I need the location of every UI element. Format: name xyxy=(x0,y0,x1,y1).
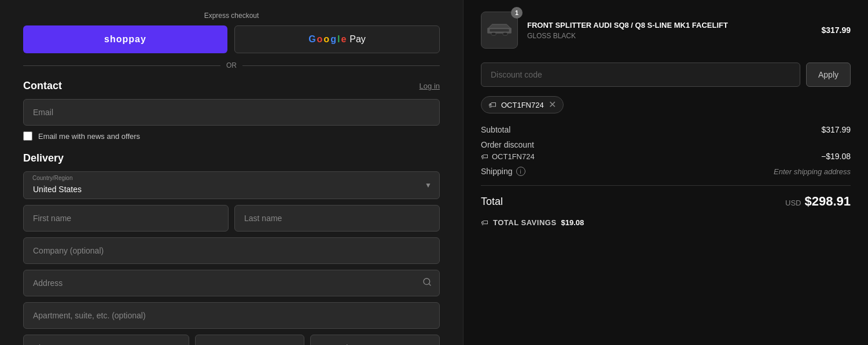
discount-code-tag: 🏷 OCT1FN724 xyxy=(481,152,535,161)
newsletter-row: Email me with news and offers xyxy=(23,131,440,141)
last-name-field[interactable] xyxy=(234,205,440,232)
subtotal-label: Subtotal xyxy=(481,125,510,134)
tag-icon: 🏷 xyxy=(488,100,496,109)
express-checkout-label: Express checkout xyxy=(23,12,440,20)
state-select[interactable]: State ALAKAZCA CONYTXFL xyxy=(195,335,305,345)
svg-rect-3 xyxy=(490,29,509,31)
express-buttons: shoppay G o o g l e Pay xyxy=(23,25,440,53)
shipping-label-group: Shipping i xyxy=(481,167,525,176)
product-name: FRONT SPLITTER AUDI SQ8 / Q8 S-LINE MK1 … xyxy=(527,20,812,31)
applied-code-text: OCT1FN724 xyxy=(501,101,544,109)
country-select-wrapper: Country/Region United States ▼ xyxy=(23,171,440,199)
product-price: $317.99 xyxy=(821,25,851,35)
order-discount-header: Order discount xyxy=(481,140,851,149)
subtotal-value: $317.99 xyxy=(821,125,851,134)
contact-title: Contact xyxy=(23,80,62,92)
google-logo: G o o g l e xyxy=(308,34,346,45)
name-row xyxy=(23,205,440,232)
subtotal-row: Subtotal $317.99 xyxy=(481,125,851,134)
city-field[interactable] xyxy=(23,335,189,345)
discount-row: Apply xyxy=(481,63,851,87)
google-pay-text: Pay xyxy=(350,34,366,45)
savings-tag-icon: 🏷 xyxy=(481,218,488,227)
total-currency: USD xyxy=(785,199,801,207)
zip-field[interactable] xyxy=(310,335,440,345)
google-pay-button[interactable]: G o o g l e Pay xyxy=(234,25,440,53)
total-row: Total USD $298.91 xyxy=(481,194,851,209)
first-name-field[interactable] xyxy=(23,205,229,232)
state-select-wrapper: State ALAKAZCA CONYTXFL ▼ xyxy=(195,335,305,345)
divider xyxy=(481,185,851,186)
right-panel: 1 FRONT SPLITTER AUDI SQ8 / Q8 S-LINE MK… xyxy=(463,0,868,345)
contact-header: Contact Log in xyxy=(23,80,440,92)
svg-point-5 xyxy=(503,32,507,35)
remove-code-button[interactable]: ✕ xyxy=(549,100,556,109)
product-row: 1 FRONT SPLITTER AUDI SQ8 / Q8 S-LINE MK… xyxy=(481,12,851,49)
total-value-group: USD $298.91 xyxy=(785,194,851,209)
country-select[interactable]: United States xyxy=(23,171,440,199)
shipping-value: Enter shipping address xyxy=(774,167,851,176)
product-info: FRONT SPLITTER AUDI SQ8 / Q8 S-LINE MK1 … xyxy=(527,20,812,40)
shop-pay-button[interactable]: shoppay xyxy=(23,25,227,53)
product-quantity-badge: 1 xyxy=(511,7,523,19)
savings-row: 🏷 TOTAL SAVINGS $19.08 xyxy=(481,218,851,227)
apply-button[interactable]: Apply xyxy=(806,63,851,87)
address-field[interactable] xyxy=(23,270,440,296)
product-image xyxy=(481,12,518,49)
discount-tag-icon: 🏷 xyxy=(481,152,488,161)
apartment-field[interactable] xyxy=(23,302,440,329)
city-state-zip-row: State ALAKAZCA CONYTXFL ▼ xyxy=(23,335,440,345)
order-discount-section: Order discount 🏷 OCT1FN724 −$19.08 xyxy=(481,140,851,161)
svg-point-4 xyxy=(491,32,496,35)
discount-code-input[interactable] xyxy=(481,63,800,87)
savings-label: TOTAL SAVINGS xyxy=(493,218,557,227)
address-wrapper xyxy=(23,270,440,296)
info-icon[interactable]: i xyxy=(516,167,525,176)
product-image-wrapper: 1 xyxy=(481,12,518,49)
left-panel: Express checkout shoppay G o o g l e Pay… xyxy=(0,0,463,345)
shipping-label: Shipping xyxy=(481,167,513,176)
total-amount: $298.91 xyxy=(804,194,851,209)
delivery-title: Delivery xyxy=(23,152,64,164)
delivery-header: Delivery xyxy=(23,152,440,164)
delivery-section: Delivery Country/Region United States ▼ xyxy=(23,152,440,345)
savings-amount: $19.08 xyxy=(561,218,584,227)
newsletter-label: Email me with news and offers xyxy=(38,132,140,141)
log-in-link[interactable]: Log in xyxy=(420,82,440,90)
applied-code-tag: 🏷 OCT1FN724 ✕ xyxy=(481,96,564,113)
email-field[interactable] xyxy=(23,99,440,126)
company-field[interactable] xyxy=(23,237,440,264)
product-variant: GLOSS BLACK xyxy=(527,32,812,40)
shipping-row: Shipping i Enter shipping address xyxy=(481,167,851,176)
total-label: Total xyxy=(481,196,503,208)
order-discount-row: 🏷 OCT1FN724 −$19.08 xyxy=(481,152,851,161)
discount-code-value: OCT1FN724 xyxy=(492,152,535,161)
or-divider: OR xyxy=(23,61,440,69)
shop-pay-logo: shoppay xyxy=(104,34,146,45)
discount-amount: −$19.08 xyxy=(821,152,851,161)
newsletter-checkbox[interactable] xyxy=(23,131,32,141)
order-discount-label: Order discount xyxy=(481,140,534,149)
